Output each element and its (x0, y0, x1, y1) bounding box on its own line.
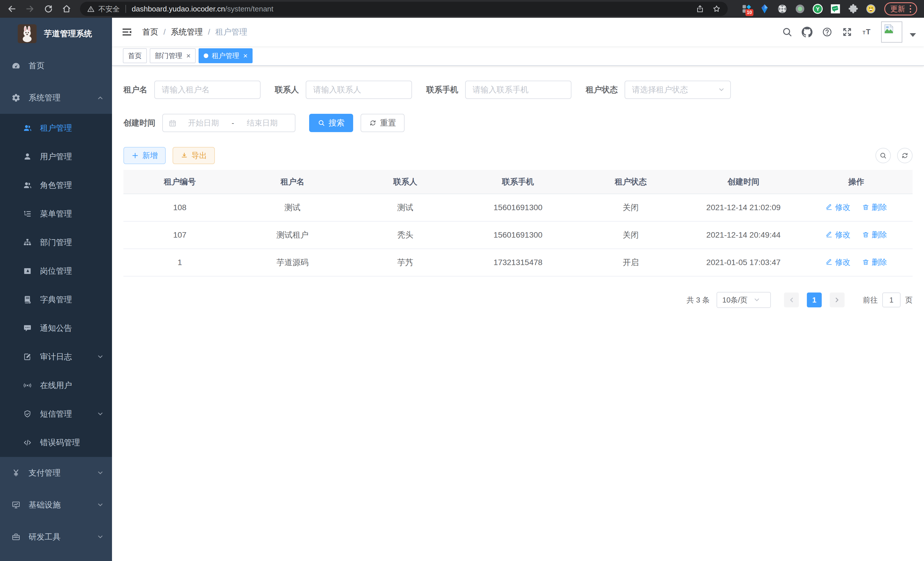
y-logo-extension-icon[interactable]: Y (812, 3, 823, 14)
contact-input[interactable] (306, 81, 412, 99)
sidebar-item-dict[interactable]: 字典管理 (0, 285, 112, 314)
address-bar[interactable]: 不安全 dashboard.yudao.iocoder.cn/system/te… (80, 2, 728, 16)
cell-status: 关闭 (574, 221, 687, 249)
refresh-table-button[interactable] (897, 148, 913, 163)
browser-menu-icon[interactable] (910, 5, 911, 13)
breadcrumb-separator: / (208, 27, 210, 37)
sidebar-fold-icon[interactable] (121, 26, 133, 38)
breadcrumb-home[interactable]: 首页 (142, 27, 158, 38)
sidebar-logo[interactable]: 芋道管理系统 (0, 18, 112, 50)
sidebar-item-system[interactable]: 系统管理 (0, 82, 112, 114)
table-toolbar: 新增 导出 (123, 147, 913, 164)
font-size-icon[interactable]: TT (862, 27, 873, 38)
forward-icon[interactable] (25, 4, 35, 14)
next-page-button[interactable] (830, 293, 844, 307)
reload-icon[interactable] (44, 4, 53, 14)
export-button[interactable]: 导出 (172, 147, 215, 164)
tenant-name-input[interactable] (154, 81, 261, 99)
breadcrumb-system[interactable]: 系统管理 (171, 27, 203, 38)
sidebar-item-label: 菜单管理 (40, 208, 104, 219)
gear-icon (11, 93, 21, 102)
page-size-select[interactable]: 10条/页 (717, 292, 771, 308)
sidebar-item-dept[interactable]: 部门管理 (0, 228, 112, 257)
kite-extension-icon[interactable] (759, 3, 770, 14)
bookmark-star-icon[interactable] (712, 5, 721, 13)
fullscreen-icon[interactable] (842, 27, 853, 38)
page-number-1[interactable]: 1 (807, 293, 822, 307)
tab-home[interactable]: 首页 (123, 48, 147, 63)
sidebar-item-infra[interactable]: 基础设施 (0, 489, 112, 521)
status-select[interactable]: 请选择租户状态 (625, 81, 731, 99)
browser-toolbar: 不安全 dashboard.yudao.iocoder.cn/system/te… (0, 0, 924, 18)
sidebar-item-label: 审计日志 (40, 351, 97, 362)
sidebar-item-online-users[interactable]: 在线用户 (0, 371, 112, 400)
edit-link[interactable]: 修改 (825, 202, 850, 212)
tab-dept[interactable]: 部门管理× (150, 48, 196, 63)
recorder-extension-icon[interactable] (795, 3, 806, 14)
edit-log-icon (23, 352, 32, 361)
security-label[interactable]: 不安全 (98, 4, 120, 14)
chevron-left-icon (788, 297, 795, 303)
trash-icon (862, 259, 869, 266)
app-title: 芋道管理系统 (44, 28, 92, 39)
col-header-contact: 联系人 (349, 170, 462, 194)
user-avatar[interactable] (881, 21, 902, 43)
tab-tenant[interactable]: 租户管理× (199, 48, 253, 63)
add-button[interactable]: 新增 (123, 147, 166, 164)
tab-label: 首页 (128, 51, 142, 60)
edit-link[interactable]: 修改 (825, 230, 850, 240)
sidebar-item-sms[interactable]: 短信管理 (0, 400, 112, 428)
close-icon[interactable]: × (243, 52, 248, 59)
cell-id: 107 (123, 221, 236, 249)
trash-icon (862, 231, 869, 238)
delete-link[interactable]: 删除 (862, 230, 887, 240)
show-search-toggle-button[interactable] (875, 148, 891, 163)
logo-rabbit-image (18, 24, 37, 43)
help-icon[interactable] (822, 27, 832, 38)
edit-link-label: 修改 (835, 230, 850, 240)
sidebar-item-label: 研发工具 (28, 532, 97, 542)
url-text[interactable]: dashboard.yudao.iocoder.cn/system/tenant (132, 5, 273, 14)
edit-link[interactable]: 修改 (825, 257, 850, 267)
back-icon[interactable] (7, 4, 16, 14)
delete-link[interactable]: 删除 (862, 202, 887, 212)
sidebar-item-errcode[interactable]: 错误码管理 (0, 428, 112, 457)
cell-id: 1 (123, 249, 236, 276)
sidebar-item-role[interactable]: 角色管理 (0, 171, 112, 200)
tab-groups-extension-icon[interactable]: 10 (741, 3, 752, 14)
chevron-down-icon (718, 87, 724, 93)
sidebar-item-home[interactable]: 首页 (0, 50, 112, 82)
close-icon[interactable]: × (186, 52, 190, 59)
emoji-profile-icon[interactable] (866, 3, 876, 14)
home-icon[interactable] (62, 4, 71, 14)
sidebar-item-devtools[interactable]: 研发工具 (0, 521, 112, 553)
sidebar: 芋道管理系统 首页 系统管理 租户管理 用户管理 (0, 18, 112, 561)
chat-extension-icon[interactable] (830, 3, 841, 14)
prev-page-button[interactable] (784, 293, 799, 307)
delete-link[interactable]: 删除 (862, 257, 887, 267)
extensions-puzzle-icon[interactable] (848, 3, 859, 14)
search-button[interactable]: 搜索 (309, 114, 353, 132)
reset-button-label: 重置 (380, 117, 396, 128)
sidebar-item-notice[interactable]: 通知公告 (0, 314, 112, 343)
sidebar-item-tenant[interactable]: 租户管理 (0, 114, 112, 142)
sidebar-item-menu-mgmt[interactable]: 菜单管理 (0, 200, 112, 228)
sidebar-item-post[interactable]: 岗位管理 (0, 257, 112, 285)
reset-button[interactable]: 重置 (361, 114, 405, 132)
cell-name: 测试 (236, 194, 349, 221)
sidebar-item-audit-log[interactable]: 审计日志 (0, 343, 112, 371)
sidebar-item-user[interactable]: 用户管理 (0, 142, 112, 171)
share-icon[interactable] (696, 5, 704, 13)
date-range-picker[interactable]: 开始日期 - 结束日期 (162, 114, 296, 132)
export-button-label: 导出 (191, 150, 207, 161)
goto-page-input[interactable] (882, 293, 901, 307)
github-icon[interactable] (802, 27, 813, 38)
sidebar-item-pay[interactable]: 支付管理 (0, 457, 112, 489)
mobile-input[interactable] (465, 81, 572, 99)
delete-link-label: 删除 (872, 230, 887, 240)
avatar-dropdown-caret[interactable] (910, 33, 916, 37)
search-icon[interactable] (782, 27, 793, 38)
browser-update-button[interactable]: 更新 (884, 2, 917, 15)
command-extension-icon[interactable] (777, 3, 788, 14)
url-divider (125, 5, 126, 13)
